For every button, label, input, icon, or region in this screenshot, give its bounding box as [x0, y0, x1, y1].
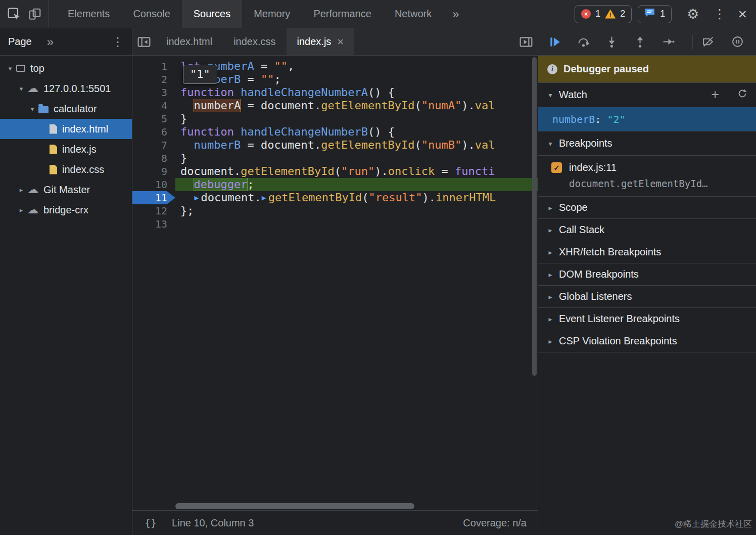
tab-network[interactable]: Network	[383, 0, 443, 28]
line-number[interactable]: 10	[132, 178, 175, 191]
deactivate-breakpoints-icon[interactable]	[702, 35, 715, 48]
editor-tab-index-html[interactable]: index.html	[156, 28, 223, 55]
tree-item-index-html[interactable]: index.html	[0, 119, 132, 139]
step-out-icon[interactable]	[634, 35, 646, 48]
section-label: Call Stack	[559, 224, 604, 236]
tree-item-index-js[interactable]: index.js	[0, 139, 132, 159]
tree-item-git-master[interactable]: ▸Git Master	[0, 180, 132, 200]
error-icon: ×	[581, 9, 591, 19]
section-event-listener-breakpoints[interactable]: ▸Event Listener Breakpoints	[538, 308, 756, 330]
warning-icon: !	[605, 10, 616, 19]
line-number[interactable]: 12	[132, 204, 175, 217]
add-watch-icon[interactable]: +	[711, 87, 719, 103]
panel-expand-icon[interactable]	[514, 28, 538, 55]
code-line-5: 5}	[132, 112, 538, 125]
line-number[interactable]: 7	[132, 139, 175, 152]
cloud-icon	[27, 83, 38, 94]
code-line-9: 9document.getElementById("run").onclick …	[132, 165, 538, 178]
chevron-right-icon[interactable]: ▸	[15, 186, 27, 194]
inspect-icon[interactable]	[7, 7, 21, 21]
line-number[interactable]: 2	[132, 73, 175, 86]
navigator-toggle-icon[interactable]	[132, 28, 156, 55]
section-call-stack[interactable]: ▸Call Stack	[538, 219, 756, 241]
step-over-icon[interactable]	[577, 35, 590, 48]
chevron-down-icon[interactable]: ▾	[4, 65, 16, 72]
line-number[interactable]: 4	[132, 99, 175, 112]
close-tab-icon[interactable]: ×	[337, 35, 344, 49]
devtools-window: ElementsConsoleSourcesMemoryPerformanceN…	[0, 0, 756, 535]
file-js-icon	[50, 145, 57, 154]
section-xhr-fetch-breakpoints[interactable]: ▸XHR/fetch Breakpoints	[538, 241, 756, 263]
tab-memory[interactable]: Memory	[242, 0, 302, 28]
refresh-watch-icon[interactable]	[737, 88, 748, 102]
tab-sources[interactable]: Sources	[182, 0, 242, 28]
editor-tab-label: index.js	[297, 36, 332, 48]
breakpoint-marker[interactable]: 11	[132, 191, 175, 204]
breakpoint-item: ✓index.js:11document.getElementById…	[538, 156, 756, 197]
section-label: Event Listener Breakpoints	[559, 313, 680, 325]
horizontal-scrollbar-thumb[interactable]	[175, 503, 414, 509]
horizontal-scrollbar[interactable]	[132, 502, 538, 510]
more-tabs-icon[interactable]: »	[452, 7, 459, 21]
line-number[interactable]: 5	[132, 112, 175, 125]
resume-script-icon[interactable]	[548, 35, 561, 49]
navigator-header: Page » ⋮	[0, 28, 132, 56]
vertical-scrollbar-thumb[interactable]	[532, 57, 537, 376]
editor-tab-index-js[interactable]: index.js×	[287, 28, 355, 55]
section-scope[interactable]: ▸Scope	[538, 197, 756, 219]
step-into-icon[interactable]	[605, 35, 618, 48]
pause-on-exceptions-icon[interactable]	[731, 35, 744, 48]
kebab-menu-icon[interactable]: ⋮	[713, 7, 726, 21]
navigator-menu-icon[interactable]: ⋮	[112, 35, 124, 49]
line-number[interactable]: 9	[132, 165, 175, 178]
watch-section-title: Watch	[559, 89, 587, 101]
watch-value: "2"	[607, 113, 625, 125]
editor-status-bar: {} Line 10, Column 3 Coverage: n/a	[132, 510, 538, 535]
breakpoint-location[interactable]: index.js:11	[569, 162, 617, 173]
tree-item-label: top	[30, 63, 44, 74]
debugger-paused-label: Debugger paused	[563, 63, 649, 75]
line-number[interactable]: 3	[132, 86, 175, 99]
tree-item-calculator[interactable]: ▾calculator	[0, 99, 132, 119]
device-toolbar-icon[interactable]	[28, 8, 41, 21]
tab-page[interactable]: Page	[8, 36, 32, 48]
line-number[interactable]: 1	[132, 60, 175, 73]
chevron-down-icon[interactable]: ▾	[26, 105, 38, 113]
breakpoints-section-header[interactable]: ▾ Breakpoints	[538, 131, 756, 156]
code-line-text: numberB = document.getElementById("numB"…	[175, 139, 538, 152]
tree-item-index-css[interactable]: index.css	[0, 159, 132, 180]
section-global-listeners[interactable]: ▸Global Listeners	[538, 286, 756, 308]
toolbar-separator	[49, 0, 49, 28]
tab-performance[interactable]: Performance	[302, 0, 383, 28]
line-number[interactable]: 6	[132, 125, 175, 139]
cloud-icon	[27, 204, 38, 215]
chevron-down-icon[interactable]: ▾	[15, 85, 27, 93]
code-editor[interactable]: 1let numberA = "",2 numberB = "";3functi…	[132, 56, 538, 502]
breakpoint-checkbox[interactable]: ✓	[551, 162, 562, 173]
file-html-icon	[50, 124, 57, 134]
line-number[interactable]: 8	[132, 152, 175, 165]
tree-item-127-0-0-1-5501[interactable]: ▾127.0.0.1:5501	[0, 78, 132, 99]
step-icon[interactable]	[662, 35, 675, 48]
navigator-more-tabs-icon[interactable]: »	[47, 35, 54, 49]
watch-section-header[interactable]: ▾ Watch +	[538, 83, 756, 107]
watch-name: numberB	[552, 113, 595, 125]
tree-item-top[interactable]: ▾top	[0, 58, 132, 78]
settings-gear-icon[interactable]: ⚙	[687, 6, 699, 22]
tree-item-bridge-crx[interactable]: ▸bridge-crx	[0, 200, 132, 220]
code-line-13: 13	[132, 217, 538, 231]
section-dom-breakpoints[interactable]: ▸DOM Breakpoints	[538, 263, 756, 286]
issues-badge[interactable]: 1	[638, 5, 672, 23]
section-csp-violation-breakpoints[interactable]: ▸CSP Violation Breakpoints	[538, 330, 756, 352]
line-number[interactable]: 13	[132, 217, 175, 231]
editor-tab-index-css[interactable]: index.css	[223, 28, 286, 55]
watch-item[interactable]: numberB: "2"	[538, 107, 756, 131]
editor-tab-label: index.css	[233, 36, 275, 48]
error-count: 1	[595, 9, 600, 19]
chevron-right-icon[interactable]: ▸	[15, 206, 27, 214]
errors-warnings-badge[interactable]: × 1 ! 2	[575, 5, 632, 23]
tab-elements[interactable]: Elements	[56, 0, 121, 28]
tab-console[interactable]: Console	[121, 0, 181, 28]
close-icon[interactable]: ×	[738, 6, 747, 23]
pretty-print-icon[interactable]: {}	[145, 517, 157, 529]
